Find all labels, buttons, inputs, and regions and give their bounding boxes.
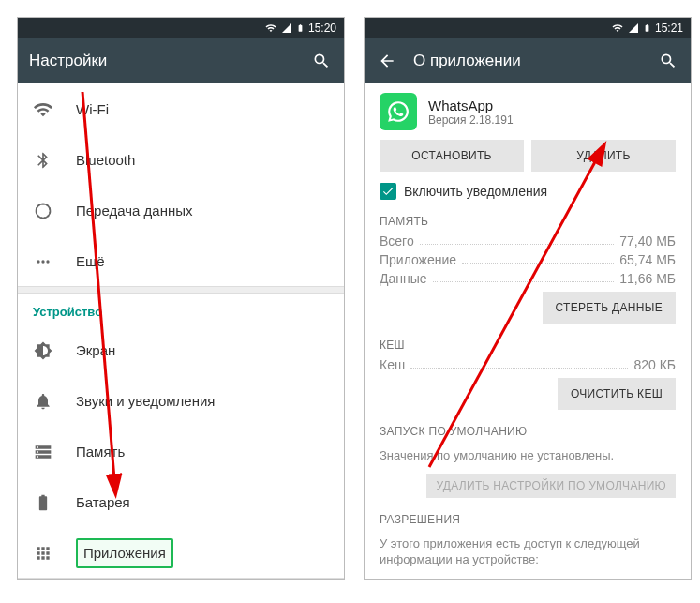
mem-total: Всего77,40 МБ (365, 232, 691, 250)
section-launch: ЗАПУСК ПО УМОЛЧАНИЮ (365, 417, 691, 442)
mem-data: Данные11,66 МБ (365, 269, 691, 288)
page-title: Настройки (29, 52, 295, 70)
section-memory: ПАМЯТЬ (365, 207, 691, 232)
settings-list: Wi-Fi Bluetooth Передача данных Ещё Устр… (18, 83, 344, 579)
app-bar: О приложении (365, 38, 691, 83)
status-bar: 15:20 (18, 18, 344, 38)
apps-highlight: Приложения (76, 538, 173, 568)
section-cache: КЕШ (365, 331, 691, 355)
status-bar: 15:21 (365, 18, 691, 38)
delete-button[interactable]: УДАЛИТЬ (531, 140, 676, 172)
clear-defaults-button: УДАЛИТЬ НАСТРОЙКИ ПО УМОЛЧАНИЮ (426, 474, 676, 498)
item-label: Wi-Fi (76, 101, 109, 117)
item-label: Передача данных (76, 203, 193, 219)
svg-point-1 (37, 260, 39, 263)
storage-icon (33, 442, 53, 462)
section-permissions: РАЗРЕШЕНИЯ (365, 505, 691, 530)
wifi-icon (33, 99, 53, 120)
section-divider (18, 578, 344, 579)
settings-item-apps[interactable]: Приложения (18, 527, 344, 578)
wifi-icon (611, 23, 624, 34)
item-label: Bluetooth (76, 152, 135, 168)
settings-item-more[interactable]: Ещё (18, 235, 344, 286)
app-name: WhatsApp (428, 98, 514, 113)
battery-icon (33, 492, 53, 513)
item-label: Экран (76, 342, 115, 358)
signal-icon (628, 23, 639, 34)
app-info-content: WhatsApp Версия 2.18.191 ОСТАНОВИТЬ УДАЛ… (365, 83, 691, 579)
settings-item-sound[interactable]: Звуки и уведомления (18, 375, 344, 426)
svg-point-2 (41, 260, 44, 263)
permissions-note: У этого приложения есть доступ к следующ… (365, 530, 691, 574)
app-header: WhatsApp Версия 2.18.191 (365, 83, 691, 140)
clear-data-button[interactable]: СТЕРЕТЬ ДАННЫЕ (543, 292, 676, 324)
settings-item-bluetooth[interactable]: Bluetooth (18, 134, 344, 185)
item-label: Память (76, 444, 125, 460)
apps-icon (33, 543, 53, 564)
app-text: WhatsApp Версия 2.18.191 (428, 98, 514, 127)
arrow-back-icon (378, 52, 396, 70)
signal-icon (281, 23, 292, 34)
display-icon (33, 340, 53, 361)
svg-point-3 (46, 260, 49, 263)
item-label: Ещё (76, 253, 105, 269)
launch-note: Значения по умолчанию не установлены. (365, 442, 691, 470)
notifications-toggle[interactable]: Включить уведомления (365, 179, 691, 207)
whatsapp-icon (380, 93, 417, 130)
back-button[interactable] (376, 50, 398, 72)
stop-button[interactable]: ОСТАНОВИТЬ (380, 140, 524, 172)
more-icon (33, 251, 53, 272)
phone-settings: 15:20 Настройки Wi-Fi Bluetooth Передача… (17, 17, 345, 580)
settings-item-wifi[interactable]: Wi-Fi (18, 83, 344, 134)
notifications-label: Включить уведомления (404, 184, 547, 199)
settings-item-storage[interactable]: Память (18, 426, 344, 476)
settings-item-display[interactable]: Экран (18, 324, 344, 375)
action-buttons: ОСТАНОВИТЬ УДАЛИТЬ (365, 140, 691, 179)
battery-icon (296, 22, 305, 35)
status-time: 15:21 (655, 22, 683, 35)
checkbox-checked-icon (380, 183, 396, 200)
search-button[interactable] (310, 50, 333, 72)
mem-app: Приложение65,74 МБ (365, 250, 691, 269)
section-divider (18, 286, 344, 294)
item-label: Приложения (83, 545, 166, 561)
section-header-device: Устройство (18, 294, 344, 324)
page-title: О приложении (413, 52, 642, 70)
search-button[interactable] (657, 50, 679, 72)
wifi-icon (264, 23, 277, 34)
item-label: Звуки и уведомления (76, 393, 215, 409)
phone-app-info: 15:21 О приложении WhatsApp Версия 2.18.… (364, 17, 692, 580)
status-time: 15:20 (308, 22, 336, 35)
app-version: Версия 2.18.191 (428, 113, 514, 127)
item-label: Батарея (76, 494, 130, 510)
search-icon (659, 52, 678, 70)
bluetooth-icon (33, 150, 53, 171)
data-icon (33, 201, 53, 221)
battery-icon (643, 22, 651, 35)
settings-item-battery[interactable]: Батарея (18, 476, 344, 527)
cache-row: Кеш820 КБ (365, 355, 691, 374)
app-bar: Настройки (18, 38, 344, 83)
clear-cache-button[interactable]: ОЧИСТИТЬ КЕШ (558, 378, 676, 410)
bell-icon (33, 391, 53, 412)
search-icon (312, 52, 331, 70)
settings-item-data[interactable]: Передача данных (18, 185, 344, 235)
